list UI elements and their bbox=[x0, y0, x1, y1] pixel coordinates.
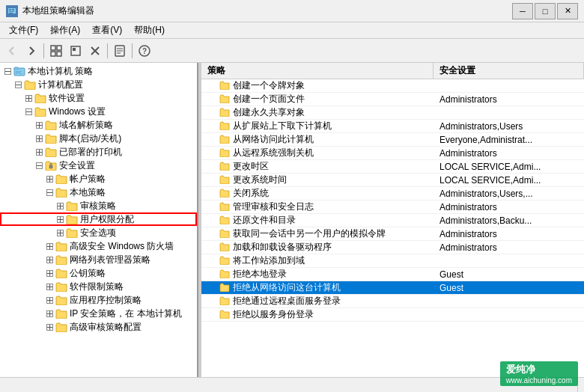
policy-list-pane: 策略 安全设置 创建一个令牌对象创建一个页面文件Administrators创建… bbox=[201, 63, 584, 377]
svg-rect-3 bbox=[12, 9, 14, 10]
expand-icon[interactable] bbox=[43, 281, 55, 293]
policy-row[interactable]: 获取同一会话中另一个用户的模拟令牌Administrators bbox=[201, 227, 584, 241]
security-column-header[interactable]: 安全设置 bbox=[434, 63, 584, 79]
policy-row[interactable]: 拒绝本地登录Guest bbox=[201, 268, 584, 281]
policy-row[interactable]: 关闭系统Administrators,Users,... bbox=[201, 187, 584, 200]
tree-item-srp[interactable]: 软件限制策略 bbox=[0, 280, 197, 293]
tree-item-local[interactable]: 本地策略 bbox=[0, 186, 197, 199]
show-standard-view-button[interactable] bbox=[47, 42, 65, 60]
tree-item-applocker[interactable]: 应用程序控制策略 bbox=[0, 293, 197, 307]
close-button[interactable]: ✕ bbox=[557, 3, 578, 19]
policy-name-text: 创建永久共享对象 bbox=[233, 106, 305, 119]
policy-row[interactable]: 加载和卸载设备驱动程序Administrators bbox=[201, 241, 584, 254]
tree-item-root[interactable]: PC本地计算机 策略 bbox=[0, 64, 197, 78]
policy-icon bbox=[219, 256, 230, 266]
tree-item-windows[interactable]: Windows 设置 bbox=[0, 105, 197, 118]
back-button[interactable] bbox=[3, 42, 21, 60]
policy-name-text: 更改时区 bbox=[233, 160, 269, 173]
expand-icon[interactable] bbox=[33, 132, 45, 144]
policy-icon bbox=[219, 202, 230, 212]
expand-icon[interactable] bbox=[12, 79, 24, 91]
policy-row[interactable]: 从网络访问此计算机Everyone,Administrat... bbox=[201, 133, 584, 147]
policy-row[interactable]: 创建一个令牌对象 bbox=[201, 79, 584, 93]
menu-help[interactable]: 帮助(H) bbox=[128, 22, 171, 38]
tree-item-scripts[interactable]: 脚本(启动/关机) bbox=[0, 132, 197, 145]
forward-button[interactable] bbox=[22, 42, 40, 60]
tree-item-pubkey[interactable]: 公钥策略 bbox=[0, 266, 197, 280]
policy-icon bbox=[219, 135, 230, 145]
tree-item-software[interactable]: 软件设置 bbox=[0, 91, 197, 105]
menu-view[interactable]: 查看(V) bbox=[86, 22, 128, 38]
svg-rect-7 bbox=[57, 46, 61, 50]
folder-icon bbox=[66, 227, 78, 238]
menu-bar: 文件(F) 操作(A) 查看(V) 帮助(H) bbox=[0, 22, 584, 39]
show-extended-view-button[interactable] bbox=[67, 42, 85, 60]
policy-row[interactable]: 从扩展站上下取下计算机Administrators,Users bbox=[201, 120, 584, 133]
delete-button[interactable] bbox=[86, 42, 104, 60]
policy-row[interactable]: 将工作站添加到域 bbox=[201, 254, 584, 268]
expand-icon[interactable] bbox=[43, 186, 55, 198]
expand-icon[interactable] bbox=[22, 105, 34, 117]
policy-name-text: 关闭系统 bbox=[233, 187, 269, 200]
tree-item-userrights[interactable]: 用户权限分配 bbox=[0, 212, 197, 226]
help-button[interactable]: ? bbox=[136, 42, 153, 60]
menu-action[interactable]: 操作(A) bbox=[44, 22, 86, 38]
expand-icon[interactable] bbox=[43, 294, 55, 306]
expand-icon[interactable] bbox=[43, 240, 55, 252]
policy-row[interactable]: 管理审核和安全日志Administrators bbox=[201, 200, 584, 214]
expand-icon[interactable] bbox=[54, 227, 66, 239]
folder-icon bbox=[55, 322, 67, 332]
tree-item-dns[interactable]: 域名解析策略 bbox=[0, 118, 197, 132]
expand-icon[interactable] bbox=[33, 119, 45, 131]
tree-item-secoptions[interactable]: 安全选项 bbox=[0, 226, 197, 239]
tree-item-security[interactable]: 安全设置 bbox=[0, 159, 197, 172]
expand-icon[interactable] bbox=[33, 146, 45, 158]
policy-value-cell: Administrators bbox=[434, 148, 584, 159]
expand-icon[interactable] bbox=[33, 159, 45, 171]
restore-button[interactable]: □ bbox=[535, 3, 556, 19]
tree-label: 计算机配置 bbox=[38, 79, 83, 91]
policy-row[interactable]: 更改系统时间LOCAL SERVICE,Admi... bbox=[201, 174, 584, 187]
policy-row[interactable]: 拒绝通过远程桌面服务登录 bbox=[201, 295, 584, 308]
policy-name-cell: 从远程系统强制关机 bbox=[201, 147, 434, 159]
tree-item-account[interactable]: 帐户策略 bbox=[0, 172, 197, 186]
tree-item-audit[interactable]: 审核策略 bbox=[0, 199, 197, 212]
policy-row[interactable]: 拒绝从网络访问这台计算机Guest bbox=[201, 281, 584, 295]
expand-icon[interactable] bbox=[54, 213, 66, 225]
expand-icon[interactable] bbox=[43, 173, 55, 185]
svg-rect-8 bbox=[51, 52, 55, 56]
policy-icon bbox=[219, 175, 230, 186]
tree-item-netlist[interactable]: 网络列表管理器策略 bbox=[0, 253, 197, 266]
expand-icon[interactable] bbox=[43, 267, 55, 279]
menu-file[interactable]: 文件(F) bbox=[3, 22, 44, 38]
expand-icon[interactable] bbox=[43, 321, 55, 333]
tree-item-printers[interactable]: 已部署的打印机 bbox=[0, 145, 197, 159]
expand-icon[interactable] bbox=[1, 65, 13, 77]
properties-button[interactable] bbox=[111, 42, 129, 60]
tree-item-advfirewall[interactable]: 高级安全 Windows 防火墙 bbox=[0, 239, 197, 253]
tree-label: 高级审核策略配置 bbox=[70, 321, 142, 334]
policy-row[interactable]: 创建一个页面文件Administrators bbox=[201, 93, 584, 106]
policy-row[interactable]: 还原文件和目录Administrators,Backu... bbox=[201, 214, 584, 227]
tree-label: 本地策略 bbox=[70, 186, 106, 199]
folder-icon bbox=[55, 254, 67, 265]
expand-icon[interactable] bbox=[54, 200, 66, 212]
policy-name-text: 创建一个令牌对象 bbox=[233, 79, 305, 92]
policy-value-cell: Administrators bbox=[434, 229, 584, 239]
policy-name-cell: 拒绝本地登录 bbox=[201, 268, 434, 281]
policy-column-header[interactable]: 策略 bbox=[201, 63, 434, 79]
tree-item-ipsec[interactable]: IP 安全策略，在 本地计算机 bbox=[0, 307, 197, 320]
tree-item-advaudit[interactable]: 高级审核策略配置 bbox=[0, 320, 197, 334]
minimize-button[interactable]: ─ bbox=[512, 3, 533, 19]
folder-icon bbox=[24, 79, 36, 90]
policy-row[interactable]: 拒绝以服务身份登录 bbox=[201, 308, 584, 322]
policy-row[interactable]: 更改时区LOCAL SERVICE,Admi... bbox=[201, 160, 584, 174]
svg-rect-6 bbox=[51, 46, 55, 50]
expand-icon[interactable] bbox=[22, 92, 34, 104]
policy-row[interactable]: 从远程系统强制关机Administrators bbox=[201, 147, 584, 160]
tree-item-computer[interactable]: 计算机配置 bbox=[0, 78, 197, 91]
expand-icon[interactable] bbox=[43, 307, 55, 319]
expand-icon[interactable] bbox=[43, 254, 55, 266]
policy-value-cell: LOCAL SERVICE,Admi... bbox=[434, 162, 584, 172]
policy-row[interactable]: 创建永久共享对象 bbox=[201, 106, 584, 120]
